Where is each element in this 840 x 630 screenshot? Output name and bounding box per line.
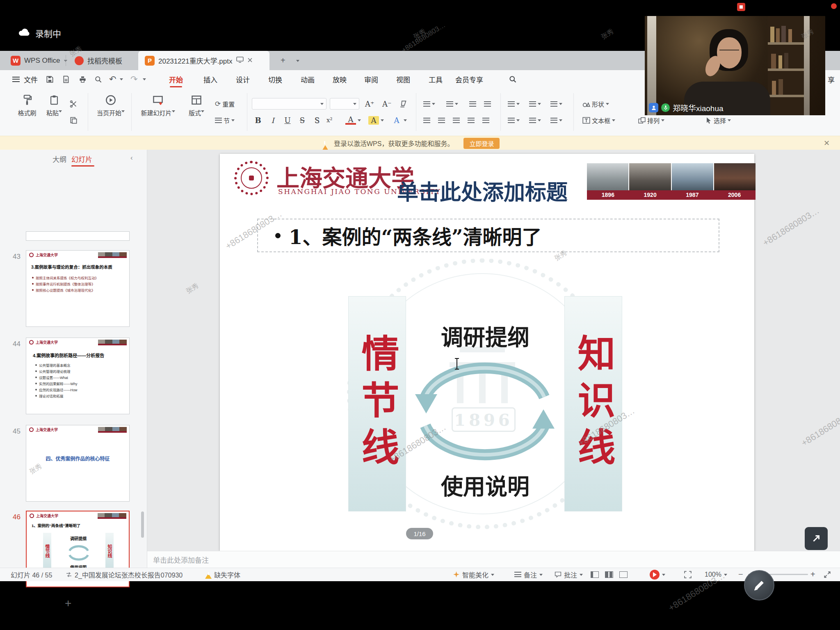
tab-wps-home[interactable]: W WPS Office <box>4 51 74 70</box>
strikethrough-button[interactable]: S <box>297 114 308 127</box>
slide-title-placeholder[interactable]: 单击此处添加标题 <box>397 175 568 206</box>
paragraph-settings-button[interactable] <box>550 114 562 127</box>
cut-button[interactable] <box>70 97 78 110</box>
increase-font-button[interactable]: A⁺ <box>365 97 374 110</box>
export-pdf-icon[interactable] <box>62 70 70 88</box>
reading-view-icon[interactable] <box>619 571 628 578</box>
menu-file[interactable]: 文件 <box>24 70 38 88</box>
menu-tab-home[interactable]: 开始 <box>169 70 183 88</box>
reset-slide-button[interactable]: ⟳重置 <box>215 97 235 110</box>
align-center-button[interactable] <box>438 114 445 127</box>
comments-button[interactable]: 批注 <box>555 568 583 581</box>
new-slide-button[interactable]: 新建幻灯片 <box>136 95 180 117</box>
justify-button[interactable] <box>468 114 475 127</box>
diagram-bottom-label[interactable]: 使用说明 <box>362 469 608 501</box>
italic-button[interactable]: I <box>267 114 278 127</box>
zoom-out-button[interactable]: − <box>738 568 743 581</box>
decrease-indent-button[interactable] <box>469 97 476 110</box>
tab-list-dropdown[interactable] <box>290 51 306 70</box>
fullscreen-button[interactable] <box>824 568 831 581</box>
editing-canvas[interactable]: 1896 上海交通大学 SHANGHAI JIAO TONG UNIVERSIT… <box>147 150 840 551</box>
bullet-textbox[interactable]: 1、案例的“两条线”清晰明了 <box>257 219 719 252</box>
section-button[interactable]: 节 <box>215 114 235 127</box>
line-spacing-button[interactable] <box>529 97 541 110</box>
slide-thumbnail-43[interactable]: 上海交通大学 3.案例故事与理论的复合：抓出现象的本质 按照主体间关系提炼《权力… <box>26 250 130 327</box>
menu-tab-view[interactable]: 视图 <box>396 70 410 88</box>
slide-layout-button[interactable]: 版式 <box>183 95 210 117</box>
print-icon[interactable] <box>79 70 87 88</box>
mic-on-icon[interactable] <box>661 103 670 112</box>
insert-shape-button[interactable]: 形状 <box>582 97 609 110</box>
notes-bar[interactable]: 单击此处添加备注 <box>147 551 840 568</box>
font-name-combo[interactable] <box>252 98 326 110</box>
slide-46[interactable]: 1896 上海交通大学 SHANGHAI JIAO TONG UNIVERSIT… <box>220 154 754 551</box>
numbered-list-button[interactable] <box>446 97 458 110</box>
align-text-button[interactable] <box>508 114 520 127</box>
format-painter-button[interactable]: 格式刷 <box>14 95 40 117</box>
zoom-in-button[interactable]: + <box>810 568 815 581</box>
font-color-button[interactable]: A <box>345 114 361 127</box>
paste-button[interactable]: 粘贴 <box>43 95 66 117</box>
menu-tab-animation[interactable]: 动画 <box>301 70 315 88</box>
highlight-color-button[interactable]: A <box>368 114 384 127</box>
menu-tab-transition[interactable]: 切换 <box>268 70 282 88</box>
clear-format-button[interactable] <box>399 97 407 110</box>
decrease-font-button[interactable]: A⁻ <box>382 97 392 110</box>
menu-tab-member[interactable]: 会员专享 <box>455 70 483 88</box>
screen-share-button[interactable] <box>805 527 828 550</box>
notes-toggle-button[interactable]: 备注 <box>514 568 543 581</box>
insert-textbox-button[interactable]: 文本框 <box>582 114 615 127</box>
slide-sorter-view-icon[interactable] <box>605 571 613 578</box>
tab-outline[interactable]: 大纲 <box>52 154 66 164</box>
notes-placeholder[interactable]: 单击此处添加备注 <box>153 555 209 565</box>
zoom-level[interactable]: 100% <box>705 568 727 581</box>
columns-button[interactable] <box>550 97 562 110</box>
undo-button[interactable]: ↶ <box>109 70 116 88</box>
text-effects-button[interactable]: A <box>391 114 407 127</box>
align-right-button[interactable] <box>453 114 460 127</box>
increase-indent-button[interactable] <box>484 97 491 110</box>
print-preview-icon[interactable] <box>94 70 102 88</box>
menu-tab-review[interactable]: 审阅 <box>364 70 378 88</box>
close-tab-icon[interactable] <box>247 57 253 65</box>
menu-tab-design[interactable]: 设计 <box>236 70 250 88</box>
webcam-overlay[interactable]: 郑晓华xiaohua <box>645 16 825 115</box>
save-icon[interactable] <box>46 70 54 88</box>
text-direction-button[interactable] <box>508 97 520 110</box>
recording-stop-button[interactable] <box>737 3 745 11</box>
menu-hamburger-icon[interactable] <box>12 70 20 88</box>
copy-button[interactable] <box>70 114 78 127</box>
menu-share-partial[interactable]: 享 <box>828 70 835 88</box>
redo-button[interactable]: ↷ <box>130 70 138 88</box>
smart-beautify-button[interactable]: 智能美化 <box>453 568 494 581</box>
diagram-top-label[interactable]: 调研提纲 <box>362 320 608 352</box>
select-button[interactable]: 选择 <box>705 114 731 127</box>
tab-current-file[interactable]: P 20231221重庆大学.pptx <box>138 51 269 70</box>
fit-slide-button[interactable] <box>684 568 692 581</box>
slide-thumbnail-45[interactable]: 上海交通大学 四、优秀案例作品的核心特征 <box>26 425 130 502</box>
missing-font-warning[interactable]: 缺失字体 <box>205 568 240 581</box>
align-left-button[interactable] <box>423 114 430 127</box>
panel-scrollbar[interactable] <box>141 511 144 538</box>
menu-tab-tools[interactable]: 工具 <box>429 70 443 88</box>
collapse-panel-icon[interactable]: ‹ <box>130 154 133 162</box>
tab-slides[interactable]: 幻灯片 <box>71 154 92 164</box>
convert-smartart-button[interactable] <box>529 114 541 127</box>
underline-button[interactable]: U <box>282 114 293 127</box>
slide-thumbnail-42-partial[interactable] <box>26 231 130 241</box>
banner-close-icon[interactable]: ✕ <box>824 139 830 148</box>
superscript-button[interactable]: x² <box>326 114 332 127</box>
doc-note-group[interactable]: 2_中国发展论坛张杰校长报告070930 <box>66 568 183 581</box>
arrange-button[interactable]: 排列 <box>638 114 664 127</box>
add-slide-button[interactable]: + <box>65 597 71 610</box>
normal-view-icon[interactable] <box>591 571 599 578</box>
tab-docer-templates[interactable]: 找稻壳模板 <box>68 51 129 70</box>
distribute-button[interactable] <box>482 114 489 127</box>
search-icon[interactable] <box>509 70 517 88</box>
play-from-current-button[interactable]: 当页开始 <box>92 95 130 117</box>
shadow-button[interactable]: S <box>312 114 322 127</box>
redo-dropdown[interactable] <box>143 70 146 88</box>
menu-tab-insert[interactable]: 插入 <box>203 70 217 88</box>
login-now-button[interactable]: 立即登录 <box>463 138 500 149</box>
menu-tab-slideshow[interactable]: 放映 <box>333 70 347 88</box>
